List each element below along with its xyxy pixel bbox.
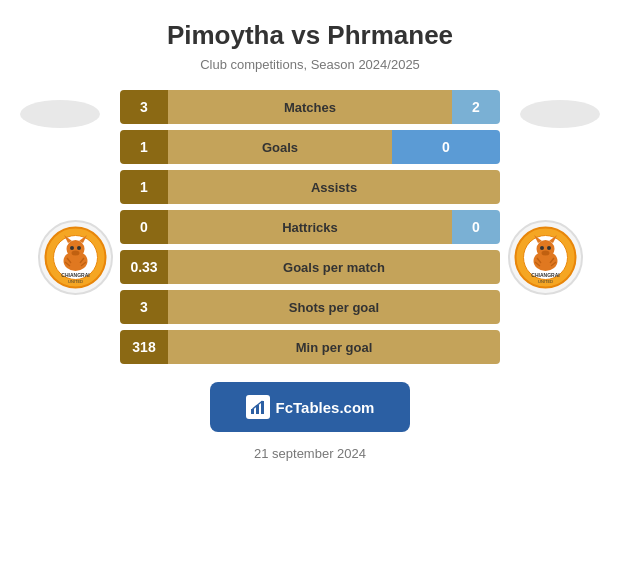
hattricks-right-val: 0 bbox=[452, 210, 500, 244]
right-team-logo: CHIANGRAI UNITED bbox=[508, 220, 583, 295]
goals-right-val: 0 bbox=[392, 130, 500, 164]
svg-rect-30 bbox=[251, 409, 254, 414]
svg-point-8 bbox=[71, 250, 79, 255]
svg-point-6 bbox=[70, 246, 74, 250]
svg-point-21 bbox=[540, 246, 544, 250]
svg-text:CHIANGRAI: CHIANGRAI bbox=[61, 272, 90, 278]
hattricks-left-val: 0 bbox=[120, 210, 168, 244]
left-team-logo-container: CHIANGRAI UNITED bbox=[30, 160, 120, 295]
stat-row-assists: 1 Assists bbox=[120, 170, 500, 204]
left-team-logo: CHIANGRAI UNITED bbox=[38, 220, 113, 295]
fctables-icon bbox=[246, 395, 270, 419]
svg-text:UNITED: UNITED bbox=[68, 279, 83, 284]
goals-per-match-left-val: 0.33 bbox=[120, 250, 168, 284]
goals-per-match-label: Goals per match bbox=[168, 250, 500, 284]
blob-left-decoration bbox=[20, 100, 100, 128]
page-subtitle: Club competitions, Season 2024/2025 bbox=[200, 57, 420, 72]
shots-per-goal-label: Shots per goal bbox=[168, 290, 500, 324]
goals-label: Goals bbox=[168, 130, 392, 164]
assists-label: Assists bbox=[168, 170, 500, 204]
fctables-banner[interactable]: FcTables.com bbox=[210, 382, 410, 432]
chart-icon bbox=[250, 399, 266, 415]
stats-section: CHIANGRAI UNITED 3 Matches 2 1 Goals 0 1 bbox=[10, 90, 610, 364]
blob-right-decoration bbox=[520, 100, 600, 128]
goals-left-val: 1 bbox=[120, 130, 168, 164]
min-per-goal-label: Min per goal bbox=[168, 330, 500, 364]
svg-point-7 bbox=[77, 246, 81, 250]
fctables-text: FcTables.com bbox=[276, 399, 375, 416]
min-per-goal-left-val: 318 bbox=[120, 330, 168, 364]
footer-date: 21 september 2024 bbox=[254, 446, 366, 461]
stats-center: 3 Matches 2 1 Goals 0 1 Assists 0 Hattri… bbox=[120, 90, 500, 364]
svg-text:CHIANGRAI: CHIANGRAI bbox=[531, 272, 560, 278]
stat-row-matches: 3 Matches 2 bbox=[120, 90, 500, 124]
right-team-logo-container: CHIANGRAI UNITED bbox=[500, 160, 590, 295]
stat-row-min-per-goal: 318 Min per goal bbox=[120, 330, 500, 364]
hattricks-label: Hattricks bbox=[168, 210, 452, 244]
matches-label: Matches bbox=[168, 90, 452, 124]
page-title: Pimoytha vs Phrmanee bbox=[167, 20, 453, 51]
main-container: Pimoytha vs Phrmanee Club competitions, … bbox=[0, 0, 620, 471]
stat-row-shots-per-goal: 3 Shots per goal bbox=[120, 290, 500, 324]
assists-left-val: 1 bbox=[120, 170, 168, 204]
svg-text:UNITED: UNITED bbox=[538, 279, 553, 284]
svg-point-22 bbox=[547, 246, 551, 250]
stat-row-goals: 1 Goals 0 bbox=[120, 130, 500, 164]
stat-row-hattricks: 0 Hattricks 0 bbox=[120, 210, 500, 244]
matches-right-val: 2 bbox=[452, 90, 500, 124]
svg-point-23 bbox=[541, 250, 549, 255]
right-team-logo-svg: CHIANGRAI UNITED bbox=[513, 225, 578, 290]
left-team-logo-svg: CHIANGRAI UNITED bbox=[43, 225, 108, 290]
svg-rect-32 bbox=[261, 401, 264, 414]
shots-per-goal-left-val: 3 bbox=[120, 290, 168, 324]
stat-row-goals-per-match: 0.33 Goals per match bbox=[120, 250, 500, 284]
matches-left-val: 3 bbox=[120, 90, 168, 124]
